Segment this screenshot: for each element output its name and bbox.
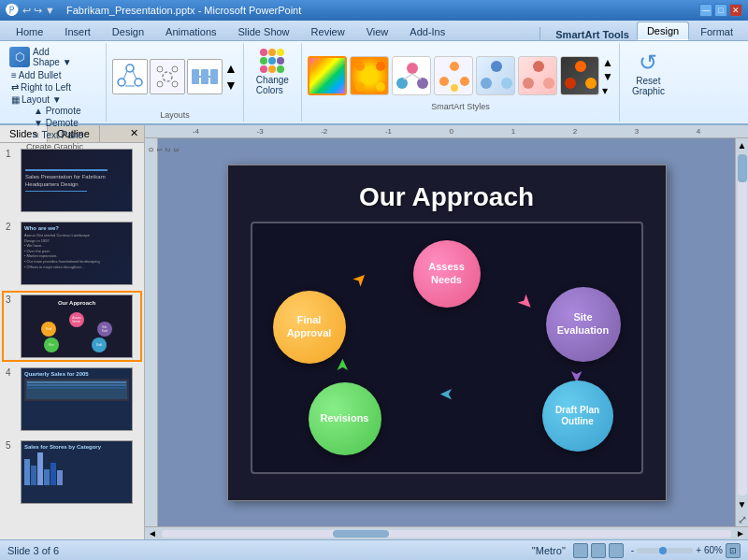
quick-access: ↩ ↪ ▼ <box>22 5 55 17</box>
tab-review[interactable]: Review <box>301 22 355 40</box>
zoom-slider[interactable] <box>637 548 693 553</box>
fit-page-btn[interactable]: ⊡ <box>726 543 741 558</box>
slide-thumb-5[interactable]: 5 Sales for Stores by Category <box>4 438 140 506</box>
layout-scroll[interactable]: ▲ ▼ <box>224 61 237 93</box>
scroll-right-btn[interactable]: ► <box>733 528 748 538</box>
slide-sorter-btn[interactable] <box>591 543 606 558</box>
add-bullet-btn[interactable]: ≡Add Bullet <box>11 70 71 80</box>
layout-cycle[interactable] <box>112 59 148 94</box>
tab-insert[interactable]: Insert <box>54 22 101 40</box>
expand-btn[interactable]: ⤢ <box>738 513 747 526</box>
color-dot-purple <box>277 57 284 65</box>
add-shape-icon: ⬡ <box>9 47 30 67</box>
style-4[interactable] <box>434 56 473 95</box>
smartart-container[interactable]: AssessNeeds ➤ SiteEvaluation ➤ Draft Pla <box>251 222 643 474</box>
svg-point-18 <box>396 78 408 89</box>
maximize-button[interactable]: □ <box>714 4 727 17</box>
zoom-in-btn[interactable]: + <box>696 545 701 555</box>
promote-btn[interactable]: ▲ Promote <box>34 106 83 116</box>
tab-addins[interactable]: Add-Ins <box>399 22 455 40</box>
scroll-thumb[interactable] <box>738 154 747 182</box>
create-graphic-group: ⬡ Add Shape ▼ ≡Add Bullet ⇄Right to Left… <box>4 43 107 122</box>
slide-canvas[interactable]: Our Approach AssessNeeds ➤ SiteEvaluatio… <box>227 165 667 501</box>
layouts-label: Layouts <box>160 108 190 120</box>
h-scroll-thumb[interactable] <box>333 530 389 538</box>
layout-radial[interactable] <box>150 59 185 94</box>
style-2[interactable] <box>350 56 389 95</box>
layout-process[interactable] <box>187 59 223 94</box>
layouts-group: ▲ ▼ Layouts <box>107 43 244 122</box>
add-shape-btn[interactable]: ⬡ Add Shape ▼ <box>9 45 72 69</box>
panel-close-btn[interactable]: ✕ <box>124 125 144 142</box>
slide-thumb-3[interactable]: 3 Our Approach AssessNeeds SiteEval Draf… <box>4 293 140 360</box>
right-to-left-btn[interactable]: ⇄Right to Left <box>11 82 71 93</box>
reset-graphic-btn[interactable]: ↺ ResetGraphic <box>627 45 669 101</box>
layout-btn[interactable]: ▦Layout ▼ <box>11 94 71 105</box>
scroll-up-btn[interactable]: ▲ <box>736 138 748 152</box>
tab-smartart-design[interactable]: Design <box>637 22 689 40</box>
normal-view-btn[interactable] <box>573 543 588 558</box>
slide-thumb-4[interactable]: 4 Quarterly Sales for 2005 <box>4 366 140 433</box>
circle-draft[interactable]: Draft PlanOutline <box>542 381 613 452</box>
color-dot-orange <box>268 49 276 56</box>
svg-point-19 <box>450 62 459 71</box>
slide-edit-area: -4-3-2-101234 3210-1-2-3 Our Approach <box>145 125 748 539</box>
tab-design[interactable]: Design <box>102 22 154 40</box>
title-bar: 🅟 ↩ ↪ ▼ Fabrikam_Presentation.pptx - Mic… <box>0 0 748 21</box>
layout-label: Layout ▼ <box>22 94 62 105</box>
zoom-thumb[interactable] <box>659 547 667 554</box>
svg-point-26 <box>533 61 544 72</box>
circle-final[interactable]: FinalApproval <box>273 291 346 364</box>
tab-smartart-format[interactable]: Format <box>690 22 743 40</box>
circle-assess[interactable]: AssessNeeds <box>413 240 481 308</box>
tab-home[interactable]: Home <box>6 22 53 40</box>
create-graphic-content: ⬡ Add Shape ▼ ≡Add Bullet ⇄Right to Left… <box>9 45 100 140</box>
style-5[interactable] <box>476 56 515 95</box>
circle-revisions[interactable]: Revisions <box>309 382 381 455</box>
text-pane-btn[interactable]: ≡ Text Pane <box>34 130 83 140</box>
svg-point-2 <box>118 79 125 86</box>
side-scrollbar: ▲ ▼ ⤢ <box>735 138 748 526</box>
svg-point-6 <box>157 81 163 87</box>
scroll-down-btn[interactable]: ▼ <box>736 497 748 511</box>
ruler-horizontal: -4-3-2-101234 <box>145 125 748 138</box>
demote-btn[interactable]: ▼ Demote <box>34 118 83 128</box>
slide-and-ruler: 3210-1-2-3 Our Approach AssessNeeds <box>145 138 748 526</box>
circle-site[interactable]: SiteEvaluation <box>546 287 621 362</box>
style-3[interactable] <box>392 56 431 95</box>
style-6[interactable] <box>518 56 557 95</box>
ruler-vertical: 3210-1-2-3 <box>145 138 158 526</box>
status-right: "Metro" - + 60% ⊡ <box>532 543 741 558</box>
svg-point-5 <box>172 66 178 72</box>
slide-img-4: Quarterly Sales for 2005 <box>21 367 133 431</box>
ribbon: ⬡ Add Shape ▼ ≡Add Bullet ⇄Right to Left… <box>0 41 748 125</box>
change-colors-btn[interactable]: ChangeColors <box>252 46 294 98</box>
title-bar-left: 🅟 ↩ ↪ ▼ Fabrikam_Presentation.pptx - Mic… <box>6 3 301 18</box>
reset-group: ↺ ResetGraphic <box>620 43 677 122</box>
zoom-controls: - + 60% ⊡ <box>631 543 741 558</box>
slides-panel: Slides Outline ✕ 1 Sales Presentation fo… <box>0 125 145 539</box>
style-scroll[interactable]: ▲ ▼ ▾ <box>602 56 613 97</box>
window-controls[interactable]: — □ ✕ <box>699 4 742 17</box>
svg-point-7 <box>172 81 178 87</box>
slideshow-btn[interactable] <box>609 543 624 558</box>
slide-thumb-1[interactable]: 1 Sales Presentation for FabrikamHeadqua… <box>4 147 140 214</box>
scroll-left-btn[interactable]: ◄ <box>145 528 160 538</box>
tab-view[interactable]: View <box>356 22 399 40</box>
arrow-revisions-final: ➤ <box>331 357 352 371</box>
slide-img-5: Sales for Stores by Category <box>21 440 133 504</box>
svg-point-27 <box>523 78 534 89</box>
style-colorful[interactable] <box>308 56 347 95</box>
color-dot-pink2 <box>260 65 267 73</box>
style-7[interactable] <box>560 56 599 95</box>
zoom-out-btn[interactable]: - <box>631 545 634 555</box>
change-colors-group: ChangeColors <box>244 43 302 122</box>
slide-thumb-2[interactable]: 2 Who are we? Aarrus Gist started Contos… <box>4 220 140 287</box>
tab-animations[interactable]: Animations <box>155 22 226 40</box>
close-button[interactable]: ✕ <box>729 4 742 17</box>
minimize-button[interactable]: — <box>699 4 712 17</box>
svg-point-11 <box>363 69 378 84</box>
smartart-tools-label: SmartArt Tools <box>539 27 637 40</box>
smartart-styles-label: SmartArt Styles <box>308 100 613 111</box>
tab-slideshow[interactable]: Slide Show <box>228 22 300 40</box>
